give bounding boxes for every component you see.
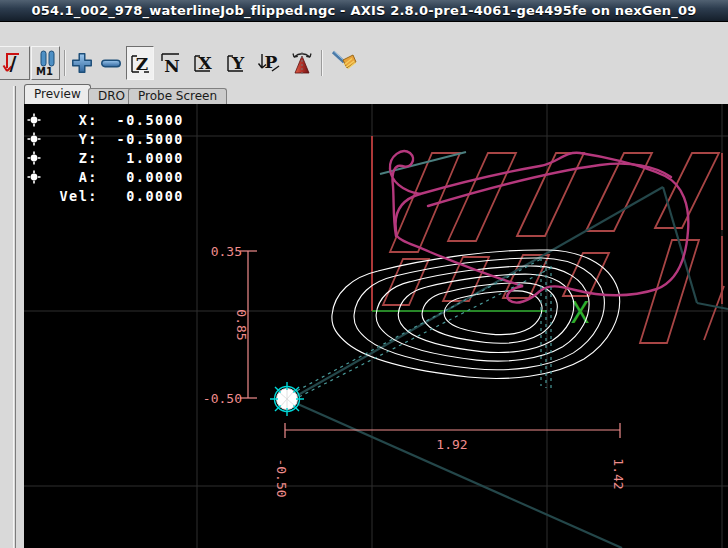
pane-sash[interactable] [13,86,16,548]
view-z-rotated-button[interactable]: N [157,46,185,80]
menu-band [0,22,728,42]
rotate-mode-button[interactable] [287,46,317,80]
tool-marker [270,382,304,416]
broom-icon [330,49,358,77]
optional-pause-icon: M1 [34,49,58,77]
title-bar[interactable]: 054.1_002_978_waterlineJob_flipped.ngc -… [0,0,728,22]
tab-bar: Preview DRO Probe Screen [0,84,728,104]
axis-window: 054.1_002_978_waterlineJob_flipped.ngc -… [0,0,728,548]
dim-width: 1.92 [436,437,467,452]
homed-icon [26,132,42,146]
homed-icon [26,170,42,184]
svg-text:Y: Y [231,53,245,73]
view-perspective-button[interactable]: P [253,46,284,80]
rotate-cone-icon [289,50,315,76]
window-title: 054.1_002_978_waterlineJob_flipped.ngc -… [0,0,728,21]
view-y-icon: Y [224,50,248,76]
zoom-in-button[interactable] [68,46,96,80]
toolbar-separator [321,50,323,76]
svg-text:P: P [265,52,278,72]
skip-lines-icon: / [0,50,25,76]
dim-left: -0.50 [274,458,289,497]
view-z-icon: Z [128,50,152,76]
dim-right: 1.42 [611,458,626,489]
dro-row-z: Z: 1.0000 [26,148,184,167]
svg-text:M1: M1 [36,66,53,77]
dro-row-vel: Vel: 0.0000 [26,186,184,205]
tab-preview[interactable]: Preview [24,84,91,104]
view-y-button[interactable]: Y [222,46,250,80]
dro-panel: X: -0.5000 Y: -0.5000 Z: 1.0000 [26,110,184,205]
svg-text:Z: Z [136,54,148,74]
view-perspective-icon: P [255,50,282,76]
dro-row-a: A: 0.0000 [26,167,184,186]
zoom-out-button[interactable] [97,46,125,80]
zoom-in-icon [70,51,94,75]
dimension-labels: 0.35 -0.50 0.85 1.92 -0.50 1.42 [203,244,626,498]
homed-icon [26,151,42,165]
view-z-button[interactable]: Z [126,46,154,80]
view-x-icon: X [191,50,215,76]
backplot-path [390,151,688,302]
dim-top: 0.35 [211,244,242,259]
toolbar-separator [64,50,66,76]
clear-plot-button[interactable] [327,46,360,80]
svg-text:/: / [10,52,17,74]
tab-probe-screen[interactable]: Probe Screen [128,88,227,104]
optional-pause-button[interactable]: M1 [31,46,60,80]
homed-icon [26,113,42,127]
svg-text:N: N [164,56,180,76]
view-x-button[interactable]: X [189,46,217,80]
view-z-rotated-icon: N [159,50,183,76]
dro-row-y: Y: -0.5000 [26,129,184,148]
toggle-skip-lines-button[interactable]: / [0,46,30,80]
zoom-out-icon [99,51,123,75]
dim-height: 0.85 [234,309,249,340]
dro-row-x: X: -0.5000 [26,110,184,129]
left-pane-strip [0,104,24,548]
toolbar: / M1 [0,42,728,84]
preview-canvas[interactable]: X [24,104,728,548]
svg-text:X: X [198,53,212,73]
dim-bottom: -0.50 [203,391,242,406]
